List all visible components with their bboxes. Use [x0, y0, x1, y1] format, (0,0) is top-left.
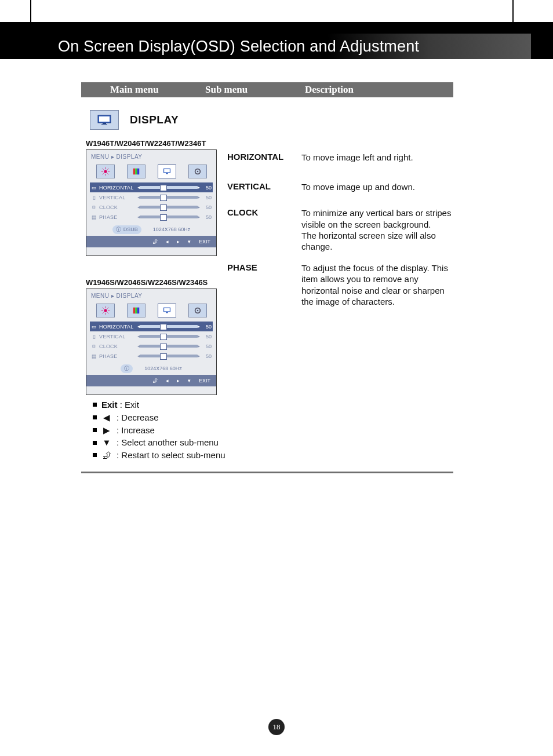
- legend-text: : Increase: [117, 424, 155, 437]
- row-value: 50: [200, 195, 213, 200]
- tab-color-icon: [127, 165, 145, 178]
- legend-text: : Decrease: [117, 411, 159, 424]
- osd-screenshot-t: MENU ▸ DISPLAY ▭ HORIZONTAL ◂ ▸ 50 ▯ VER…: [86, 149, 217, 256]
- column-header-bar: Main menu Sub menu Description: [81, 82, 453, 97]
- bullet-icon: [93, 403, 97, 407]
- legend-restart: ⮵ : Restart to select sub-menu: [93, 449, 225, 462]
- desc-row-clock: CLOCK To minimize any vertical bars or s…: [227, 207, 452, 252]
- svg-line-8: [107, 174, 108, 175]
- osd-row-horizontal: ▭ HORIZONTAL ◂ ▸ 50: [90, 322, 213, 331]
- button-legend: Exit : Exit ◀ : Decrease ▶ : Increase ▼ …: [93, 399, 225, 462]
- crumb-sep: ▸: [111, 293, 115, 299]
- svg-rect-13: [137, 169, 139, 175]
- osd-footer: ⮵ ◂ ▸ ▾ EXIT: [86, 236, 216, 247]
- row-value: 50: [200, 344, 213, 349]
- legend-exit-label: Exit: [101, 400, 118, 410]
- page-number: 18: [268, 719, 285, 735]
- svg-line-7: [102, 169, 103, 170]
- desc-text: To adjust the focus of the display. This…: [301, 262, 452, 307]
- triangle-left-icon: ◀: [101, 411, 112, 424]
- svg-line-27: [102, 313, 103, 314]
- row-value: 50: [200, 204, 213, 210]
- row-label: VERTICAL: [98, 334, 137, 339]
- bullet-icon: [93, 453, 97, 457]
- row-icon: ▭: [90, 324, 98, 330]
- col-description: Description: [305, 84, 354, 96]
- bullet-icon: [93, 428, 97, 432]
- footer-exit: EXIT: [199, 378, 210, 384]
- footer-home-icon: ⮵: [152, 239, 158, 244]
- osd-rows: ▭ HORIZONTAL ◂ ▸ 50 ▯ VERTICAL ◂ ▸ 50 ⧈ …: [86, 180, 216, 222]
- crumb-menu: MENU: [91, 154, 109, 160]
- svg-line-26: [107, 308, 108, 309]
- svg-point-35: [197, 310, 198, 312]
- row-icon: ▤: [90, 214, 98, 220]
- bullet-icon: [93, 441, 97, 445]
- osd-row-clock: ⧈ CLOCK ◂ ▸ 50: [90, 202, 213, 212]
- home-up-icon: ⮵: [101, 449, 112, 462]
- osd-info-bar: ⓘ 1024X768 60Hz: [86, 362, 216, 375]
- footer-home-icon: ⮵: [152, 378, 158, 384]
- desc-row-phase: PHASE To adjust the focus of the display…: [227, 262, 452, 307]
- osd-tabs: [86, 163, 216, 180]
- dsub-badge: ⓘ DSUB: [112, 225, 141, 234]
- divider: [81, 472, 453, 473]
- desc-head: CLOCK: [227, 207, 301, 252]
- model-list-s: W1946S/W2046S/W2246S/W2346S: [86, 278, 208, 287]
- desc-row-vertical: VERTICAL To move image up and down.: [227, 181, 452, 192]
- col-sub-menu: Sub menu: [205, 84, 248, 96]
- display-icon: [90, 110, 119, 130]
- footer-left-icon: ◂: [166, 239, 169, 244]
- svg-point-19: [104, 309, 107, 312]
- osd-row-clock: ⧈ CLOCK ◂ ▸ 50: [90, 341, 213, 351]
- svg-rect-11: [133, 169, 135, 175]
- osd-row-vertical: ▯ VERTICAL ◂ ▸ 50: [90, 192, 213, 202]
- row-label: HORIZONTAL: [98, 324, 137, 330]
- footer-down-icon: ▾: [188, 239, 191, 244]
- svg-point-18: [197, 171, 198, 173]
- crumb-sep: ▸: [111, 154, 115, 160]
- svg-rect-16: [166, 173, 168, 174]
- row-label: CLOCK: [98, 204, 137, 210]
- tab-settings-icon: [188, 165, 207, 178]
- row-icon: ▯: [90, 334, 98, 339]
- row-label: PHASE: [98, 353, 137, 359]
- row-icon: ⧈: [90, 204, 98, 210]
- row-icon: ▤: [90, 353, 98, 359]
- row-icon: ⧈: [90, 343, 98, 349]
- svg-rect-30: [137, 308, 139, 314]
- row-value: 50: [200, 324, 213, 330]
- svg-rect-1: [99, 116, 110, 122]
- crop-mark-left: [30, 0, 31, 23]
- display-heading: DISPLAY: [130, 114, 179, 126]
- osd-tabs: [86, 302, 216, 319]
- row-value: 50: [200, 334, 213, 339]
- page-title: On Screen Display(OSD) Selection and Adj…: [58, 38, 419, 56]
- bullet-icon: [93, 415, 97, 419]
- osd-row-phase: ▤ PHASE ◂ ▸ 50: [90, 351, 213, 361]
- row-label: CLOCK: [98, 344, 137, 349]
- tab-brightness-icon: [96, 304, 115, 317]
- osd-rows: ▭ HORIZONTAL ◂ ▸ 50 ▯ VERTICAL ◂ ▸ 50 ⧈ …: [86, 319, 216, 361]
- desc-row-horizontal: HORIZONTAL To move image left and right.: [227, 152, 452, 163]
- crop-mark-right: [512, 0, 514, 23]
- row-value: 50: [200, 214, 213, 220]
- osd-row-vertical: ▯ VERTICAL ◂ ▸ 50: [90, 331, 213, 341]
- osd-screenshot-s: MENU ▸ DISPLAY ▭ HORIZONTAL ◂ ▸ 50 ▯ VER…: [86, 288, 217, 395]
- col-main-menu: Main menu: [110, 84, 159, 96]
- osd-row-phase: ▤ PHASE ◂ ▸ 50: [90, 212, 213, 222]
- legend-decrease: ◀ : Decrease: [93, 411, 225, 424]
- svg-rect-15: [164, 169, 170, 172]
- row-value: 50: [200, 353, 213, 359]
- triangle-down-icon: ▼: [101, 436, 112, 449]
- manual-page: { "header": { "title": "On Screen Displa…: [0, 0, 553, 756]
- desc-head: HORIZONTAL: [227, 152, 301, 163]
- legend-text: : Select another sub-menu: [117, 436, 219, 449]
- model-list-t: W1946T/W2046T/W2246T/W2346T: [86, 139, 206, 148]
- tab-settings-icon: [188, 304, 207, 317]
- osd-resolution: 1024X768 60Hz: [153, 227, 191, 232]
- description-column: HORIZONTAL To move image left and right.…: [227, 152, 452, 326]
- svg-line-9: [107, 169, 108, 170]
- legend-text: : Restart to select sub-menu: [117, 449, 225, 462]
- tab-color-icon: [127, 304, 145, 317]
